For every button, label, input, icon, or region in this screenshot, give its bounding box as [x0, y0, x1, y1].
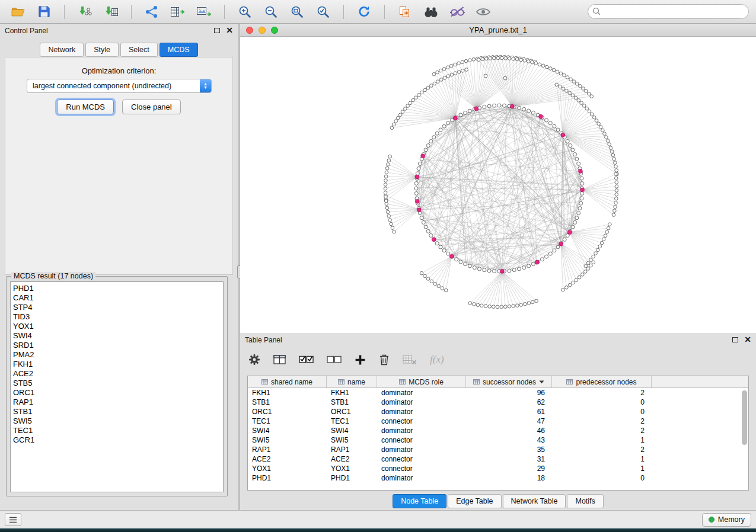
export-network-button[interactable] [141, 3, 162, 21]
table-row[interactable]: TEC1 TEC1 connector 47 2 [248, 416, 748, 426]
network-window-title: YPA_prune.txt_1 [240, 25, 756, 34]
mcds-result-item[interactable]: ACE2 [13, 369, 223, 379]
mcds-result-item[interactable]: SWI4 [13, 331, 223, 341]
run-mcds-button[interactable]: Run MCDS [57, 100, 114, 114]
search-field-wrap [588, 4, 749, 19]
column-grid-icon [338, 379, 344, 384]
float-window-icon [214, 28, 220, 33]
table-cell: 61 [466, 408, 552, 416]
table-cell: SWI5 [248, 436, 327, 444]
save-session-button[interactable] [33, 3, 55, 21]
network-graph[interactable] [240, 37, 756, 333]
refresh-button[interactable] [353, 3, 375, 21]
mcds-result-item[interactable]: STB1 [13, 407, 223, 416]
tab-edge-table[interactable]: Edge Table [448, 494, 501, 508]
table-scrollbar-thumb[interactable] [742, 390, 747, 445]
table-row[interactable]: ACE2 ACE2 connector 31 1 [248, 454, 748, 464]
mcds-result-item[interactable]: SRD1 [13, 341, 223, 350]
table-cell: 0 [552, 408, 652, 416]
column-header-predecessor-nodes[interactable]: predecessor nodes [552, 376, 652, 387]
create-column-button[interactable] [355, 351, 366, 368]
close-panel-action-button[interactable]: Close panel [122, 100, 181, 114]
mcds-result-item[interactable]: STP4 [13, 303, 223, 312]
float-panel-button[interactable] [214, 27, 220, 35]
table-settings-button[interactable] [248, 351, 260, 368]
table-cell: FKH1 [327, 389, 377, 397]
open-session-button[interactable] [7, 3, 28, 21]
close-panel-button[interactable]: ✕ [226, 27, 233, 35]
mcds-result-item[interactable]: GCR1 [13, 435, 223, 445]
tab-node-table[interactable]: Node Table [393, 494, 446, 508]
table-row[interactable]: STB1 STB1 dominator 62 0 [248, 398, 748, 407]
import-network-button[interactable] [74, 3, 95, 21]
delete-column-button[interactable] [379, 351, 390, 368]
mcds-result-item[interactable]: PHD1 [13, 284, 223, 293]
fx-icon: f(x) [430, 354, 444, 366]
network-window-titlebar[interactable]: YPA_prune.txt_1 [240, 24, 756, 37]
zoom-out-button[interactable] [260, 3, 282, 21]
close-window-button[interactable] [246, 27, 253, 34]
tab-network[interactable]: Network [40, 43, 84, 57]
criterion-select[interactable]: largest connected component (undirected)… [27, 79, 212, 93]
column-header-shared-name[interactable]: shared name [248, 376, 327, 387]
binoculars-button[interactable] [420, 3, 442, 21]
window-controls [246, 27, 278, 34]
float-table-panel-button[interactable] [732, 336, 738, 344]
tab-motifs[interactable]: Motifs [567, 494, 603, 508]
deselect-all-button[interactable] [327, 351, 342, 368]
main-area: Control Panel ✕ Network Style Select MCD… [0, 24, 756, 510]
column-grid-icon [566, 379, 573, 384]
tab-style[interactable]: Style [85, 43, 119, 57]
table-cell: ORC1 [248, 408, 327, 416]
copy-share-button[interactable] [394, 3, 416, 21]
mcds-result-item[interactable]: FKH1 [13, 360, 223, 369]
mcds-result-item[interactable]: TID3 [13, 312, 223, 322]
table-cell: connector [377, 417, 466, 425]
mcds-result-item[interactable]: SWI5 [13, 416, 223, 426]
tab-select[interactable]: Select [120, 43, 158, 57]
column-header-name[interactable]: name [327, 376, 377, 387]
mcds-result-item[interactable]: ORC1 [13, 388, 223, 398]
select-all-button[interactable] [299, 351, 314, 368]
zoom-in-button[interactable] [234, 3, 256, 21]
mcds-result-item[interactable]: TEC1 [13, 426, 223, 435]
zoom-selected-button[interactable] [312, 3, 334, 21]
export-table-button[interactable] [167, 3, 189, 21]
table-row[interactable]: YOX1 YOX1 connector 29 1 [248, 464, 748, 473]
column-header-successor-nodes[interactable]: successor nodes [466, 376, 552, 387]
show-all-button[interactable] [473, 3, 494, 21]
table-cell: connector [377, 436, 466, 444]
mcds-result-item[interactable]: YOX1 [13, 322, 223, 331]
search-input[interactable] [588, 4, 749, 19]
table-row[interactable]: FKH1 FKH1 dominator 96 2 [248, 388, 748, 398]
show-columns-button[interactable] [273, 351, 286, 368]
memory-button[interactable]: Memory [702, 513, 751, 527]
table-row[interactable]: RAP1 RAP1 dominator 35 2 [248, 445, 748, 454]
status-menu-button[interactable] [5, 513, 21, 526]
table-row[interactable]: SWI5 SWI5 connector 43 1 [248, 435, 748, 445]
table-row[interactable]: PHD1 PHD1 dominator 18 0 [248, 473, 748, 483]
delete-table-button-disabled[interactable] [403, 351, 417, 368]
mcds-result-item[interactable]: PMA2 [13, 350, 223, 360]
zoom-fit-button[interactable] [286, 3, 308, 21]
function-builder-button[interactable]: f(x) [430, 351, 444, 368]
mcds-result-item[interactable]: STB5 [13, 379, 223, 388]
mcds-result-item[interactable]: CAR1 [13, 293, 223, 303]
minimize-window-button[interactable] [259, 27, 266, 34]
export-image-button[interactable] [193, 3, 215, 21]
table-cell: 62 [466, 398, 552, 406]
mcds-result-item[interactable]: RAP1 [13, 398, 223, 407]
table-row[interactable]: ORC1 ORC1 dominator 61 0 [248, 407, 748, 416]
control-panel-tabs: Network Style Select MCDS [0, 43, 238, 57]
table-cell: 96 [466, 389, 552, 397]
close-table-panel-button[interactable]: ✕ [744, 336, 751, 344]
tab-network-table[interactable]: Network Table [503, 494, 566, 508]
column-header-mcds-role[interactable]: MCDS role [377, 376, 466, 387]
hide-selected-button[interactable] [446, 3, 468, 21]
network-canvas[interactable] [240, 37, 756, 333]
table-row[interactable]: SWI4 SWI4 dominator 46 2 [248, 426, 748, 435]
import-table-button[interactable] [100, 3, 122, 21]
tab-mcds[interactable]: MCDS [160, 43, 198, 57]
table-cell: 47 [466, 417, 552, 425]
maximize-window-button[interactable] [271, 27, 278, 34]
